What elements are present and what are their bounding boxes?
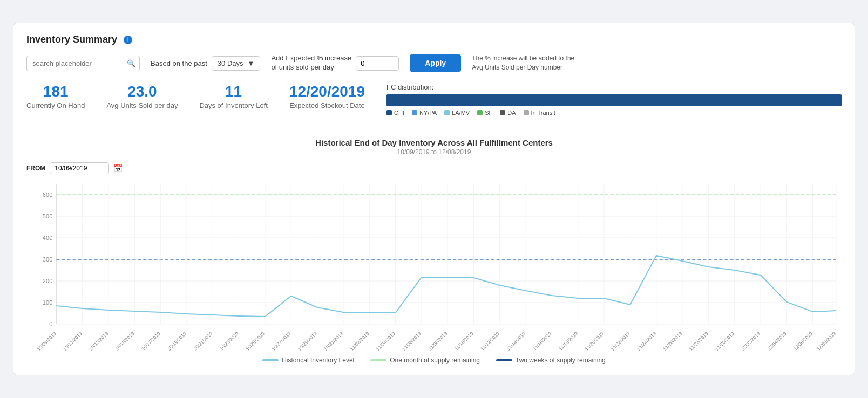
- chart-section: Historical End of Day Inventory Across A…: [26, 129, 842, 364]
- chart-subtitle: 10/09/2019 to 12/08/2019: [26, 148, 842, 156]
- fc-legend: CHI NY/PA LA/MV SF DA: [386, 109, 842, 116]
- svg-text:11/08/2019: 11/08/2019: [427, 331, 448, 351]
- metric-label-1: Avg Units Sold per day: [106, 101, 178, 109]
- svg-text:12/06/2019: 12/06/2019: [792, 331, 813, 351]
- svg-text:12/08/2019: 12/08/2019: [816, 331, 837, 351]
- legend-label-chi: CHI: [394, 109, 404, 116]
- fc-section: FC distribution: CHI NY/PA LA/MV SF: [386, 83, 842, 116]
- legend-item-nypa: NY/PA: [412, 109, 437, 116]
- metric-avg-units: 23.0 Avg Units Sold per day: [106, 83, 178, 109]
- svg-text:11/04/2019: 11/04/2019: [375, 331, 396, 351]
- metric-value-3: 12/20/2019: [289, 83, 365, 100]
- based-on-wrapper: Based on the past 30 Days ▼: [151, 56, 260, 71]
- legend-item-sf: SF: [477, 109, 492, 116]
- svg-text:11/28/2019: 11/28/2019: [688, 331, 709, 351]
- metrics-row: 181 Currently On Hand 23.0 Avg Units Sol…: [26, 83, 365, 109]
- hint-text: The % increase will be added to the Avg …: [472, 54, 580, 72]
- chart-svg: 0 100 200 300 400 500 600: [26, 179, 842, 351]
- search-input[interactable]: [26, 56, 140, 71]
- svg-text:11/18/2019: 11/18/2019: [558, 331, 579, 351]
- svg-text:10/11/2019: 10/11/2019: [62, 331, 83, 351]
- chart-legend-historical: Historical Inventory Level: [262, 356, 354, 364]
- from-label: FROM: [26, 164, 45, 172]
- fc-label: FC distribution:: [386, 83, 842, 91]
- legend-dot-nypa: [412, 110, 417, 115]
- legend-label-da: DA: [507, 109, 516, 116]
- inventory-line: [56, 256, 836, 317]
- legend-item-lamv: LA/MV: [444, 109, 470, 116]
- svg-text:10/21/2019: 10/21/2019: [193, 331, 214, 351]
- svg-text:10/25/2019: 10/25/2019: [245, 331, 266, 351]
- metric-label-3: Expected Stockout Date: [289, 101, 365, 109]
- svg-text:11/24/2019: 11/24/2019: [636, 331, 657, 351]
- search-wrapper: 🔍: [26, 56, 140, 71]
- one-month-line-swatch: [370, 359, 386, 361]
- svg-text:200: 200: [43, 278, 52, 284]
- svg-text:10/19/2019: 10/19/2019: [166, 331, 187, 351]
- chart-from-row: FROM 📅: [26, 162, 842, 174]
- svg-text:10/31/2019: 10/31/2019: [323, 331, 344, 351]
- svg-text:400: 400: [43, 235, 52, 241]
- x-axis-labels: 10/09/2019 10/11/2019 10/13/2019 10/15/2…: [36, 331, 837, 351]
- chart-title: Historical End of Day Inventory Across A…: [26, 138, 842, 147]
- svg-text:11/10/2019: 11/10/2019: [453, 331, 474, 351]
- toolbar: 🔍 Based on the past 30 Days ▼ Add Expect…: [26, 54, 842, 72]
- days-select[interactable]: 30 Days ▼: [212, 56, 261, 71]
- metric-on-hand: 181 Currently On Hand: [26, 83, 85, 109]
- metric-value-0: 181: [26, 83, 85, 100]
- legend-dot-intransit: [524, 110, 529, 115]
- svg-text:10/17/2019: 10/17/2019: [140, 331, 161, 351]
- legend-label-intransit: In Transit: [531, 109, 555, 116]
- svg-text:11/02/2019: 11/02/2019: [349, 331, 370, 351]
- svg-text:10/23/2019: 10/23/2019: [219, 331, 240, 351]
- metric-value-1: 23.0: [106, 83, 178, 100]
- metric-stockout: 12/20/2019 Expected Stockout Date: [289, 83, 365, 109]
- two-weeks-label: Two weeks of supply remaining: [516, 356, 606, 364]
- info-icon[interactable]: i: [124, 36, 132, 44]
- svg-text:12/04/2019: 12/04/2019: [767, 331, 788, 351]
- metric-days-left: 11 Days of Inventory Left: [199, 83, 267, 109]
- legend-item-intransit: In Transit: [524, 109, 555, 116]
- svg-text:11/14/2019: 11/14/2019: [505, 331, 526, 351]
- legend-item-chi: CHI: [386, 109, 404, 116]
- metric-label-2: Days of Inventory Left: [199, 101, 267, 109]
- svg-text:10/09/2019: 10/09/2019: [36, 331, 57, 351]
- svg-text:11/26/2019: 11/26/2019: [662, 331, 683, 351]
- svg-text:11/06/2019: 11/06/2019: [401, 331, 422, 351]
- fc-bar: [386, 94, 842, 106]
- pct-input[interactable]: [356, 56, 399, 71]
- svg-text:10/13/2019: 10/13/2019: [88, 331, 109, 351]
- based-on-label: Based on the past: [151, 59, 207, 67]
- legend-label-nypa: NY/PA: [419, 109, 437, 116]
- svg-text:11/22/2019: 11/22/2019: [610, 331, 631, 351]
- svg-text:10/15/2019: 10/15/2019: [114, 331, 135, 351]
- two-weeks-line-swatch: [496, 359, 512, 361]
- apply-button[interactable]: Apply: [410, 54, 461, 72]
- header-row: Inventory Summary i: [26, 34, 842, 45]
- legend-item-da: DA: [500, 109, 516, 116]
- svg-text:0: 0: [49, 321, 52, 327]
- add-pct-wrapper: Add Expected % increase of units sold pe…: [271, 54, 399, 72]
- svg-text:11/20/2019: 11/20/2019: [584, 331, 605, 351]
- page-title: Inventory Summary: [26, 34, 117, 45]
- metric-label-0: Currently On Hand: [26, 101, 85, 109]
- legend-dot-da: [500, 110, 505, 115]
- legend-dot-lamv: [444, 110, 450, 115]
- calendar-icon[interactable]: 📅: [113, 164, 123, 173]
- days-option-label: 30 Days: [218, 59, 243, 67]
- legend-dot-chi: [386, 110, 392, 115]
- add-pct-label: Add Expected % increase of units sold pe…: [271, 54, 351, 72]
- legend-dot-sf: [477, 110, 483, 115]
- search-icon: 🔍: [127, 59, 135, 67]
- svg-text:600: 600: [43, 191, 52, 198]
- dropdown-icon: ▼: [248, 59, 255, 67]
- inventory-summary-card: Inventory Summary i 🔍 Based on the past …: [13, 23, 855, 375]
- chart-legend-two-weeks: Two weeks of supply remaining: [496, 356, 606, 364]
- svg-text:11/16/2019: 11/16/2019: [532, 331, 553, 351]
- svg-text:10/27/2019: 10/27/2019: [271, 331, 292, 351]
- from-date-input[interactable]: [50, 162, 109, 174]
- svg-text:500: 500: [43, 213, 52, 219]
- legend-label-sf: SF: [485, 109, 492, 116]
- svg-text:12/02/2019: 12/02/2019: [740, 331, 761, 351]
- one-month-label: One month of supply remaining: [390, 356, 480, 364]
